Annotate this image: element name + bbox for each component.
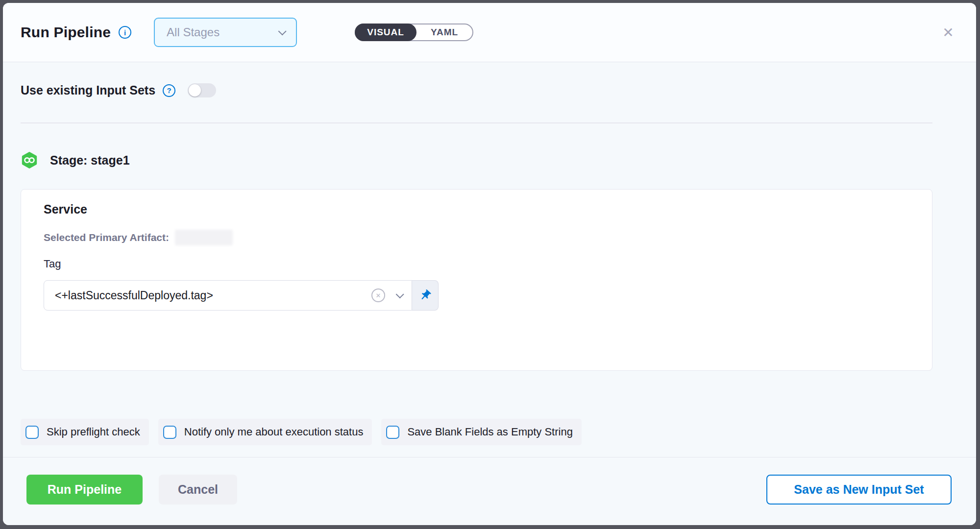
checkbox-icon[interactable]	[163, 426, 176, 439]
checkbox-icon[interactable]	[25, 426, 39, 439]
tab-visual[interactable]: VISUAL	[355, 24, 416, 41]
stage-row: Stage: stage1	[21, 151, 130, 169]
section-divider	[21, 122, 932, 123]
artifact-label: Selected Primary Artifact:	[44, 232, 169, 243]
visual-yaml-toggle: VISUAL YAML	[355, 24, 473, 41]
clear-glyph: ✕	[376, 292, 381, 299]
use-input-sets-row: Use existing Input Sets ?	[21, 83, 216, 97]
save-as-new-input-set-button[interactable]: Save as New Input Set	[766, 475, 952, 505]
option-notify-only-me[interactable]: Notify only me about execution status	[158, 419, 372, 445]
option-label: Save Blank Fields as Empty String	[407, 426, 572, 438]
chevron-down-icon[interactable]	[396, 290, 404, 298]
tag-input-wrap: ✕	[44, 280, 412, 311]
pin-icon	[416, 287, 434, 305]
modal-header: Run Pipeline i All Stages VISUAL YAML ✕	[3, 3, 976, 62]
toggle-knob	[189, 84, 201, 96]
cd-stage-icon	[21, 151, 38, 169]
info-glyph: i	[124, 28, 126, 37]
clear-icon[interactable]: ✕	[371, 289, 385, 302]
service-card-title: Service	[44, 202, 87, 216]
tag-input[interactable]	[44, 281, 371, 310]
run-options-row: Skip preflight check Notify only me abou…	[21, 419, 582, 445]
cancel-button[interactable]: Cancel	[159, 475, 237, 505]
stage-title: Stage: stage1	[50, 153, 130, 168]
stage-selector-dropdown[interactable]: All Stages	[154, 18, 297, 47]
modal-footer: Run Pipeline Cancel Save as New Input Se…	[3, 457, 976, 525]
help-icon[interactable]: ?	[163, 84, 175, 97]
page-title: Run Pipeline	[21, 24, 111, 41]
tag-field-label: Tag	[44, 258, 61, 270]
option-save-blank-fields[interactable]: Save Blank Fields as Empty String	[381, 419, 581, 445]
close-icon[interactable]: ✕	[940, 24, 956, 41]
info-icon[interactable]: i	[119, 26, 131, 39]
option-label: Skip preflight check	[47, 426, 140, 438]
option-skip-preflight[interactable]: Skip preflight check	[21, 419, 149, 445]
use-input-sets-label: Use existing Input Sets	[21, 83, 155, 97]
artifact-row: Selected Primary Artifact:	[44, 230, 233, 245]
tab-yaml[interactable]: YAML	[416, 24, 472, 40]
use-input-sets-toggle[interactable]	[188, 83, 216, 97]
stage-selector-value: All Stages	[167, 25, 278, 39]
artifact-value-redacted	[175, 230, 233, 245]
chevron-down-icon	[278, 27, 287, 35]
tag-field-group: ✕	[44, 280, 439, 311]
pin-button[interactable]	[412, 280, 439, 311]
service-card: Service Selected Primary Artifact: Tag ✕	[21, 189, 932, 371]
option-label: Notify only me about execution status	[184, 426, 364, 438]
checkbox-icon[interactable]	[386, 426, 399, 439]
help-glyph: ?	[167, 86, 171, 95]
run-pipeline-modal: Run Pipeline i All Stages VISUAL YAML ✕ …	[3, 3, 976, 525]
run-pipeline-button[interactable]: Run Pipeline	[26, 475, 143, 505]
